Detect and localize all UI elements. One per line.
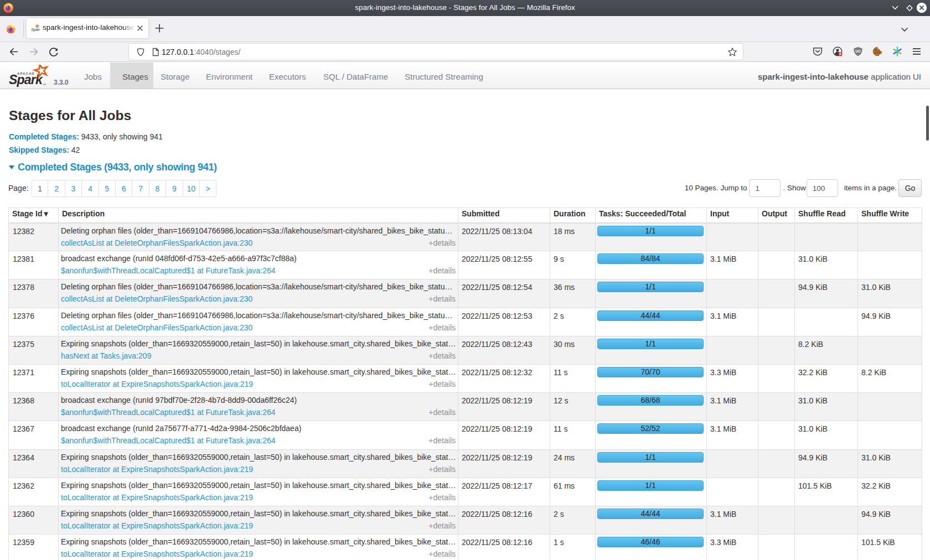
svg-text:Spark: Spark (31, 27, 40, 32)
svg-text:Spark: Spark (9, 72, 43, 87)
svg-text:UO: UO (855, 49, 861, 53)
svg-text:TM: TM (43, 83, 46, 86)
